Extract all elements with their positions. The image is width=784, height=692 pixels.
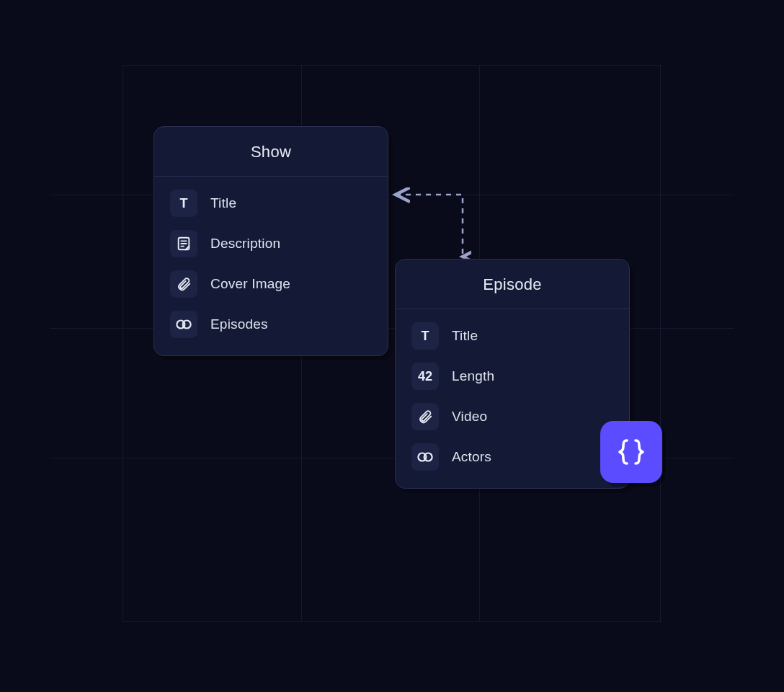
field-row: Actors bbox=[411, 443, 613, 471]
attachment-icon bbox=[170, 270, 197, 298]
card-body: T Title 42 Length Video bbox=[396, 309, 629, 488]
entity-card-show: Show T Title Description bbox=[153, 126, 388, 356]
field-label: Episodes bbox=[210, 316, 268, 332]
text-icon: T bbox=[170, 190, 197, 217]
field-label: Cover Image bbox=[210, 276, 290, 292]
field-label: Title bbox=[210, 195, 236, 211]
field-label: Title bbox=[452, 328, 478, 344]
card-body: T Title Description Cov bbox=[154, 177, 388, 355]
description-icon bbox=[170, 230, 197, 257]
card-header: Episode bbox=[396, 260, 629, 309]
card-title: Show bbox=[154, 143, 388, 161]
field-row: T Title bbox=[170, 190, 372, 217]
braces-icon bbox=[614, 435, 649, 469]
field-label: Length bbox=[452, 368, 494, 384]
link-icon bbox=[411, 443, 439, 471]
field-row: Description bbox=[170, 230, 372, 257]
field-row: T Title bbox=[411, 322, 613, 350]
json-badge bbox=[600, 421, 662, 483]
field-label: Video bbox=[452, 409, 487, 425]
link-icon bbox=[170, 311, 197, 338]
card-title: Episode bbox=[396, 275, 629, 294]
field-row: 42 Length bbox=[411, 363, 613, 390]
attachment-icon bbox=[411, 403, 439, 430]
entity-card-episode: Episode T Title 42 Length Video bbox=[395, 259, 630, 489]
field-label: Actors bbox=[452, 449, 491, 465]
number-icon: 42 bbox=[411, 363, 439, 390]
relation-connector bbox=[388, 187, 471, 267]
field-row: Episodes bbox=[170, 311, 372, 338]
field-row: Video bbox=[411, 403, 613, 430]
field-row: Cover Image bbox=[170, 270, 372, 298]
text-icon: T bbox=[411, 322, 439, 350]
field-label: Description bbox=[210, 236, 280, 252]
svg-point-5 bbox=[183, 321, 191, 329]
background-grid bbox=[0, 0, 784, 692]
card-header: Show bbox=[154, 127, 388, 177]
